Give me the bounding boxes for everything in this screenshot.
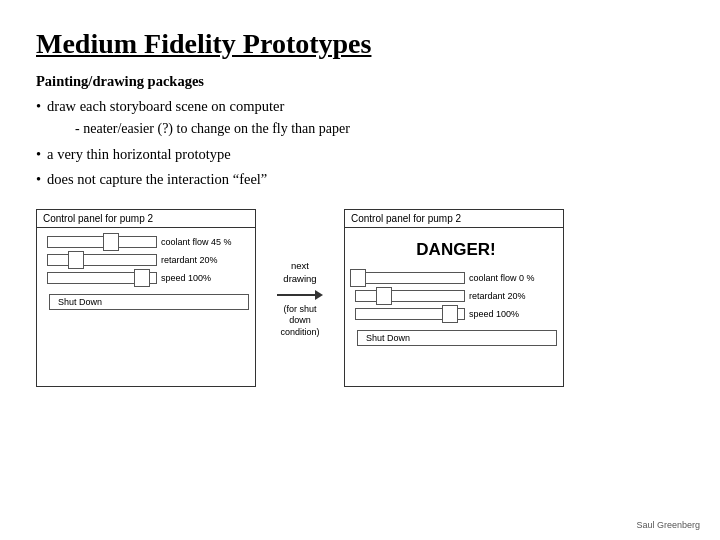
right-panel: Control panel for pump 2 DANGER! coolant… (344, 209, 564, 387)
right-slider-label-1: coolant flow 0 % (469, 273, 535, 283)
right-slider-thumb-3 (442, 305, 458, 323)
left-slider-track-3 (47, 272, 157, 284)
left-slider-label-2: retardant 20% (161, 255, 218, 265)
bullet-dot-1: • (36, 95, 41, 118)
for-shut-label: (for shutdowncondition) (280, 304, 319, 339)
bullet-1-sub: - neater/easier (?) to change on the fly… (75, 118, 350, 140)
left-slider-thumb-2 (68, 251, 84, 269)
left-slider-label-3: speed 100% (161, 273, 211, 283)
arrow-graphic (277, 290, 323, 300)
right-slider-thumb-2 (376, 287, 392, 305)
right-panel-title: Control panel for pump 2 (345, 210, 563, 228)
bullet-2-text: a very thin horizontal prototype (47, 143, 231, 166)
section-label: Painting/drawing packages (36, 70, 684, 93)
page: Medium Fidelity Prototypes Painting/draw… (0, 0, 720, 403)
left-slider-thumb-3 (134, 269, 150, 287)
bullet-dot-2: • (36, 143, 41, 166)
left-slider-track-2 (47, 254, 157, 266)
page-title: Medium Fidelity Prototypes (36, 28, 684, 60)
right-slider-label-2: retardant 20% (469, 291, 526, 301)
right-slider-thumb-1 (350, 269, 366, 287)
body-content: Painting/drawing packages • draw each st… (36, 70, 684, 191)
bullet-dot-3: • (36, 168, 41, 191)
bullet-3-text: does not capture the interaction “feel” (47, 168, 267, 191)
left-panel-title: Control panel for pump 2 (37, 210, 255, 228)
danger-text: DANGER! (355, 240, 557, 260)
left-slider-label-1: coolant flow 45 % (161, 237, 232, 247)
left-panel-content: coolant flow 45 % retardant 20% speed 10… (37, 228, 255, 316)
arrow-area: next drawing (for shutdowncondition) (256, 209, 344, 339)
arrow-line1: next (291, 260, 309, 271)
left-slider-row-1: coolant flow 45 % (47, 236, 249, 248)
left-slider-thumb-1 (103, 233, 119, 251)
left-slider-row-3: speed 100% (47, 272, 249, 284)
bullet-2: • a very thin horizontal prototype (36, 143, 684, 166)
right-slider-label-3: speed 100% (469, 309, 519, 319)
right-slider-track-3 (355, 308, 465, 320)
left-shutdown-button[interactable]: Shut Down (49, 294, 249, 310)
arrow-head (315, 290, 323, 300)
bullet-1-text: draw each storyboard scene on computer (47, 98, 284, 114)
left-panel: Control panel for pump 2 coolant flow 45… (36, 209, 256, 387)
right-slider-row-2: retardant 20% (355, 290, 557, 302)
diagrams-area: Control panel for pump 2 coolant flow 45… (36, 209, 684, 387)
right-shutdown-button[interactable]: Shut Down (357, 330, 557, 346)
arrow-shaft (277, 294, 315, 296)
author-credit: Saul Greenberg (636, 520, 700, 530)
right-slider-row-1: coolant flow 0 % (355, 272, 557, 284)
next-drawing-label: next drawing (283, 259, 316, 286)
left-slider-row-2: retardant 20% (47, 254, 249, 266)
right-slider-row-3: speed 100% (355, 308, 557, 320)
bullet-3: • does not capture the interaction “feel… (36, 168, 684, 191)
bullet-1: • draw each storyboard scene on computer… (36, 95, 684, 141)
right-panel-content: DANGER! coolant flow 0 % retardant 20% (345, 228, 563, 352)
left-slider-track-1 (47, 236, 157, 248)
right-slider-track-1 (355, 272, 465, 284)
right-slider-track-2 (355, 290, 465, 302)
arrow-line2: drawing (283, 273, 316, 284)
